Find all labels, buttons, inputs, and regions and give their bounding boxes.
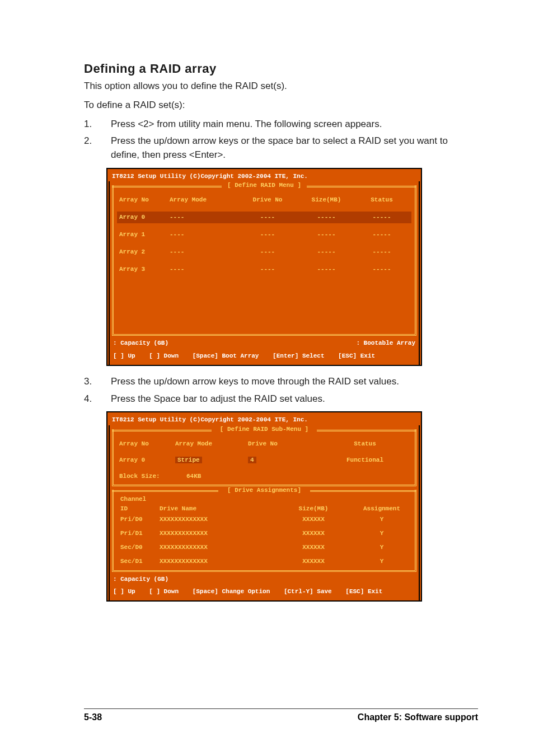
bios-array-row-1[interactable]: Array 1 ---- ---- ----- ----- [117,229,411,241]
col-drive-no: Drive No [237,196,298,204]
hint-up: [ ] Up [113,588,135,595]
bios-title: IT8212 Setup Utility (C)Copyright 2002-2… [107,412,421,425]
hint-space: [Space] Boot Array [193,353,259,359]
array-mode-value[interactable]: Stripe [175,457,202,463]
bios-array-row-3[interactable]: Array 3 ---- ---- ----- ----- [117,264,411,275]
bios2-footer-top: : Capacity (GB) [110,574,419,587]
bios2-block-size-row[interactable]: Block Size: 64KB [117,471,411,482]
bios2-header-row: Array No Array Mode Drive No Status [117,438,411,450]
bios-footer-top: : Capacity (GB) : Bootable Array [110,338,419,351]
col-array-mode: Array Mode [170,196,237,204]
col-status: Status [354,196,409,204]
drive-row[interactable]: Sec/D0 XXXXXXXXXXXXX XXXXXX Y [117,542,411,553]
step-text: Press the Space bar to adjust the RAID s… [111,392,325,406]
bios-array-row-2[interactable]: Array 2 ---- ---- ----- ----- [117,246,411,258]
bios-array-row-0[interactable]: Array 0 ---- ---- ----- ----- [117,212,411,223]
page-footer: 5-38 Chapter 5: Software support [84,708,478,722]
intro-2: To define a RAID set(s): [84,98,478,112]
hint-down: [ ] Down [149,588,179,595]
bios-frame-title-2: [ Drive Assignments] [110,486,419,495]
step-1: 1. Press <2> from utility main menu. The… [84,118,478,132]
bios-screenshot-2: IT8212 Setup Utility (C)Copyright 2002-2… [106,411,422,602]
hint-down: [ ] Down [149,353,179,359]
bios-frame-title-1: [ Define RAID Sub-Menu ] [110,425,419,434]
drive-row[interactable]: Pri/D0 XXXXXXXXXXXXX XXXXXX Y [117,514,411,525]
steps-a: 1. Press <2> from utility main menu. The… [84,118,478,162]
drive-row[interactable]: Sec/D1 XXXXXXXXXXXXX XXXXXX Y [117,556,411,567]
step-text: Press the up/down arrow keys to move thr… [111,375,399,389]
steps-b: 3. Press the up/down arrow keys to move … [84,375,478,406]
hint-up: [ ] Up [113,353,135,359]
bios-title: IT8212 Setup Utility (C)Copyright 2002-2… [107,169,421,182]
hint-enter: [Enter] Select [273,353,324,359]
bios-footer-bottom: [ ] Up [ ] Down [Space] Boot Array [Ente… [110,351,419,364]
hint-esc: [ESC] Exit [338,353,375,359]
block-size-label: Block Size: [119,472,186,481]
step-3: 3. Press the up/down arrow keys to move … [84,375,478,389]
step-4: 4. Press the Space bar to adjust the RAI… [84,392,478,406]
bios2-array0-row[interactable]: Array 0 Stripe 4 Functional [117,454,411,466]
bios-frame-title: [ Define RAID Menu ] [110,181,419,190]
block-size-value[interactable]: 64KB [186,472,259,481]
hint-ctrl-y: [Ctrl-Y] Save [284,588,332,595]
channel-label: Channel [117,495,411,504]
step-text: Press the up/down arrow keys or the spac… [111,134,478,162]
chapter-title: Chapter 5: Software support [358,712,478,722]
intro-1: This option allows you to define the RAI… [84,79,478,93]
col-size-mb: Size(MB) [298,196,354,204]
drive-no-value[interactable]: 4 [248,457,256,463]
step-text: Press <2> from utility main menu. The fo… [111,118,382,132]
page-number: 5-38 [84,712,102,722]
bios-screenshot-1: IT8212 Setup Utility (C)Copyright 2002-2… [106,168,422,367]
section-heading: Defining a RAID array [84,62,478,76]
bios2-footer-bottom: [ ] Up [ ] Down [Space] Change Option [C… [110,586,419,599]
bios-header-row: Array No Array Mode Drive No Size(MB) St… [117,194,411,206]
step-2: 2. Press the up/down arrow keys or the s… [84,134,478,162]
drive-headers: ID Drive Name Size(MB) Assignment [117,504,411,514]
step-number: 3. [84,375,111,389]
step-number: 2. [84,134,111,162]
step-number: 1. [84,118,111,132]
hint-space: [Space] Change Option [193,588,270,595]
step-number: 4. [84,392,111,406]
hint-esc: [ESC] Exit [345,588,382,595]
col-array-no: Array No [119,196,170,204]
drive-row[interactable]: Pri/D1 XXXXXXXXXXXXX XXXXXX Y [117,528,411,539]
